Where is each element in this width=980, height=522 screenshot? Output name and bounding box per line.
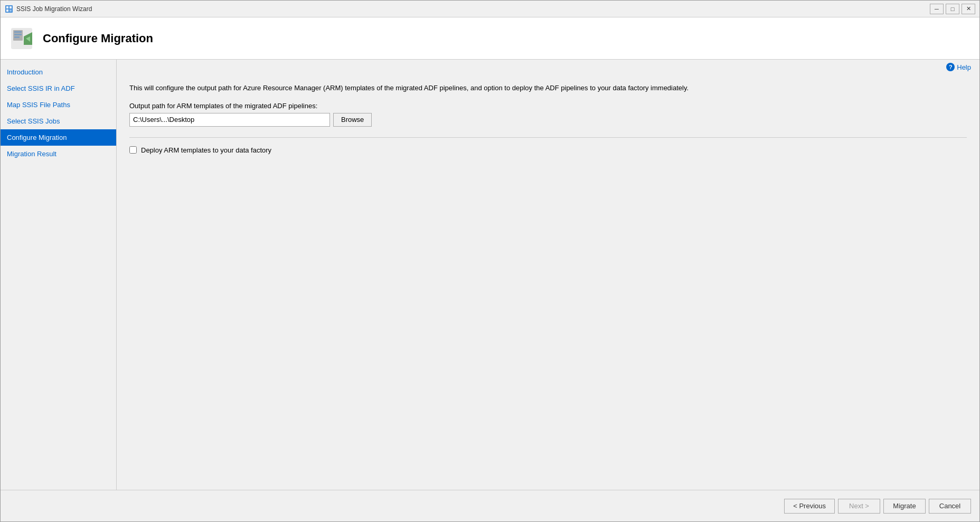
help-label: Help: [957, 63, 971, 71]
form-area: This will configure the output path for …: [117, 74, 979, 490]
output-path-label: Output path for ARM templates of the mig…: [129, 102, 967, 110]
help-icon: ?: [946, 63, 955, 71]
sidebar-item-introduction[interactable]: Introduction: [1, 64, 116, 80]
title-bar-left: SSIS Job Migration Wizard: [5, 5, 92, 13]
path-input[interactable]: [129, 113, 330, 127]
close-button[interactable]: ✕: [962, 4, 975, 14]
svg-rect-1: [6, 6, 8, 8]
path-row: Browse: [129, 113, 967, 127]
cancel-button[interactable]: Cancel: [929, 499, 971, 514]
footer: < Previous Next > Migrate Cancel: [1, 490, 979, 521]
sidebar-item-map-ssis-file-paths[interactable]: Map SSIS File Paths: [1, 97, 116, 113]
svg-rect-2: [10, 6, 12, 8]
maximize-button[interactable]: □: [946, 4, 959, 14]
sidebar: Introduction Select SSIS IR in ADF Map S…: [1, 60, 117, 490]
window-title: SSIS Job Migration Wizard: [16, 5, 92, 13]
sidebar-item-select-ssis-ir[interactable]: Select SSIS IR in ADF: [1, 80, 116, 97]
svg-rect-7: [14, 31, 22, 33]
description-text: This will configure the output path for …: [129, 83, 967, 93]
svg-rect-3: [6, 10, 8, 12]
main-content: ? Help This will configure the output pa…: [117, 60, 979, 490]
sidebar-item-configure-migration[interactable]: Configure Migration: [1, 129, 116, 146]
minimize-button[interactable]: ─: [930, 4, 944, 14]
svg-rect-9: [14, 36, 20, 38]
window: SSIS Job Migration Wizard ─ □ ✕ Configur…: [0, 0, 980, 522]
title-bar-controls: ─ □ ✕: [930, 4, 975, 14]
deploy-checkbox[interactable]: [129, 146, 137, 154]
svg-rect-8: [14, 34, 22, 35]
previous-button[interactable]: < Previous: [784, 499, 835, 514]
divider: [129, 137, 967, 138]
migrate-button[interactable]: Migrate: [883, 499, 926, 514]
help-link[interactable]: ? Help: [946, 63, 971, 71]
title-bar: SSIS Job Migration Wizard ─ □ ✕: [1, 1, 979, 17]
sidebar-item-select-ssis-jobs[interactable]: Select SSIS Jobs: [1, 113, 116, 129]
next-button[interactable]: Next >: [838, 499, 880, 514]
header: Configure Migration: [1, 17, 979, 60]
deploy-checkbox-row: Deploy ARM templates to your data factor…: [129, 146, 967, 154]
app-icon: [5, 5, 13, 13]
svg-rect-4: [10, 10, 12, 12]
help-bar: ? Help: [117, 60, 979, 74]
sidebar-item-migration-result[interactable]: Migration Result: [1, 146, 116, 162]
wizard-icon: [9, 26, 34, 51]
page-title: Configure Migration: [43, 32, 153, 45]
browse-button[interactable]: Browse: [333, 113, 372, 127]
deploy-checkbox-label[interactable]: Deploy ARM templates to your data factor…: [141, 146, 271, 154]
content-area: Introduction Select SSIS IR in ADF Map S…: [1, 60, 979, 490]
